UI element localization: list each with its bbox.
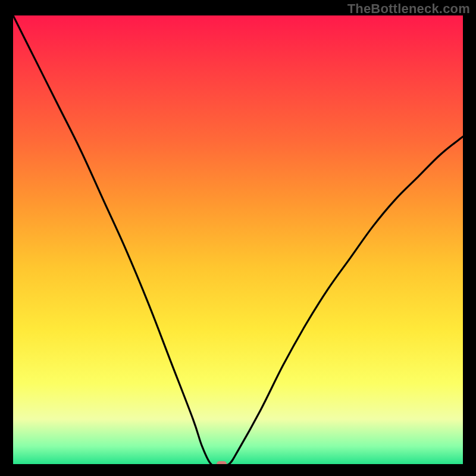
chart-frame: TheBottleneck.com (0, 0, 476, 476)
minimum-marker-icon (217, 461, 227, 464)
bottleneck-curve (13, 15, 463, 464)
watermark-text: TheBottleneck.com (347, 1, 470, 17)
plot-area (13, 15, 463, 464)
